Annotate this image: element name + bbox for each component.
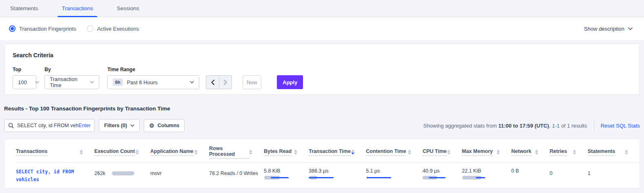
cell-bytes-read: 5.8 KiB — [264, 168, 309, 184]
execution-count-bar — [112, 171, 134, 175]
cell-max-memory: 22.1 KiB — [462, 168, 511, 184]
chevron-down-icon — [35, 81, 39, 83]
radio-active-executions[interactable]: Active Executions — [87, 25, 139, 32]
chevron-right-icon — [224, 80, 227, 85]
by-select-value: Transaction Time — [50, 76, 82, 88]
sort-icon[interactable] — [447, 150, 450, 155]
column-header-retries[interactable]: Retries — [550, 146, 588, 159]
chevron-left-icon — [211, 80, 214, 85]
radio-label: Active Executions — [97, 26, 139, 32]
sql-search-input[interactable] — [17, 123, 78, 128]
transaction-time-bar — [309, 176, 338, 180]
search-enter-button[interactable]: Enter — [78, 123, 91, 128]
column-header-statements[interactable]: Statements — [588, 146, 640, 159]
sort-icon[interactable] — [80, 150, 83, 155]
stats-time-range: 11:00 to 17:59 (UTC) — [498, 123, 549, 129]
top-field: Top 100 — [13, 67, 36, 89]
cell-network: 0 B — [511, 168, 550, 184]
results-heading: Results - Top 100 Transaction Fingerprin… — [4, 105, 640, 112]
sort-icon[interactable] — [351, 150, 354, 155]
filters-label: Filters (0) — [104, 123, 127, 128]
view-toggle-bar: Transaction Fingerprints Active Executio… — [0, 17, 644, 40]
contention-time-bar — [366, 176, 395, 180]
search-criteria-title: Search Criteria — [13, 52, 631, 58]
bytes-read-bar — [264, 176, 293, 180]
column-header-network[interactable]: Network — [511, 146, 550, 159]
time-window-arrows — [206, 75, 232, 89]
sort-icon[interactable] — [408, 150, 411, 155]
time-range-value: Past 6 Hours — [127, 79, 158, 85]
view-mode-radio-group: Transaction Fingerprints Active Executio… — [9, 25, 139, 32]
top-select[interactable]: 100 — [13, 75, 36, 89]
gear-icon: ⚙ — [149, 123, 154, 128]
reset-sql-stats-link[interactable]: Reset SQL Stats — [601, 123, 640, 129]
column-header-bytes-read[interactable]: Bytes Read — [264, 146, 309, 159]
cell-transaction-time: 386.3 µs — [309, 168, 366, 184]
column-header-cpu-time[interactable]: CPU Time — [423, 146, 462, 159]
show-description-toggle[interactable]: Show description — [584, 26, 633, 32]
max-memory-bar — [462, 176, 491, 180]
radio-label: Transaction Fingerprints — [19, 26, 76, 32]
sort-icon[interactable] — [249, 150, 252, 155]
column-header-rows-processed[interactable]: Rows Processed — [209, 146, 264, 159]
top-select-value: 100 — [18, 79, 27, 85]
table-row: SELECT city, id FROM vehicles 262k movr … — [16, 163, 640, 189]
columns-label: Columns — [158, 123, 179, 128]
sort-icon[interactable] — [497, 150, 500, 155]
by-field: By Transaction Time — [45, 67, 99, 89]
aggregated-stats-text: Showing aggregated stats from 11:00 to 1… — [423, 123, 587, 129]
chevron-down-icon — [130, 124, 134, 127]
sql-search-box: Enter — [4, 119, 95, 132]
column-header-execution-count[interactable]: Execution Count — [94, 146, 150, 159]
column-header-max-memory[interactable]: Max Memory — [462, 146, 511, 159]
show-description-label: Show description — [584, 26, 624, 32]
by-select[interactable]: Transaction Time — [45, 75, 99, 89]
filters-button[interactable]: Filters (0) — [99, 119, 140, 132]
cell-transaction-fingerprint: SELECT city, id FROM vehicles — [16, 168, 94, 184]
radio-selected-icon[interactable] — [9, 25, 16, 32]
columns-button[interactable]: ⚙ Columns — [144, 119, 185, 132]
cell-application-name: movr — [150, 168, 209, 184]
apply-button[interactable]: Apply — [277, 75, 303, 89]
cell-execution-count: 262k — [94, 168, 150, 184]
vertical-divider — [594, 120, 594, 131]
cell-retries: 0 — [550, 168, 588, 184]
column-header-transactions[interactable]: Transactions — [16, 146, 94, 159]
cell-rows-processed: 78.2 Reads / 0 Writes — [209, 168, 264, 184]
cpu-time-bar — [423, 176, 452, 180]
sort-icon[interactable] — [294, 150, 297, 155]
previous-time-window-button[interactable] — [206, 76, 219, 89]
chevron-down-icon — [190, 81, 194, 83]
tab-transactions[interactable]: Transactions — [62, 0, 93, 17]
next-time-window-button[interactable] — [219, 76, 232, 89]
radio-unselected-icon[interactable] — [87, 25, 94, 32]
sort-icon[interactable] — [194, 150, 198, 155]
column-header-transaction-time[interactable]: Transaction Time — [309, 146, 366, 159]
search-icon — [8, 123, 14, 128]
column-header-contention-time[interactable]: Contention Time — [366, 146, 423, 159]
time-range-label: Time Range — [107, 67, 199, 72]
sort-icon[interactable] — [573, 150, 576, 155]
transactions-table: Transactions Execution Count Application… — [4, 139, 640, 189]
time-range-select[interactable]: 6h Past 6 Hours — [107, 75, 199, 89]
tab-sessions[interactable]: Sessions — [117, 0, 139, 17]
radio-transaction-fingerprints[interactable]: Transaction Fingerprints — [9, 25, 76, 32]
tab-statements[interactable]: Statements — [10, 0, 38, 17]
top-tabs-bar: Statements Transactions Sessions — [0, 0, 644, 17]
sort-icon[interactable] — [625, 150, 628, 155]
cell-statements: 1 — [588, 168, 640, 184]
table-header-row: Transactions Execution Count Application… — [16, 139, 640, 163]
by-label: By — [45, 67, 99, 72]
sort-icon[interactable] — [535, 150, 538, 155]
search-criteria-panel: Search Criteria Top 100 By Transaction T… — [4, 43, 640, 95]
sort-icon[interactable] — [136, 150, 139, 155]
chevron-down-icon — [628, 27, 633, 30]
chevron-down-icon — [90, 81, 94, 83]
cell-contention-time: 5.1 µs — [366, 168, 423, 184]
now-button[interactable]: Now — [243, 75, 261, 89]
top-label: Top — [13, 67, 36, 72]
column-header-application-name[interactable]: Application Name — [150, 146, 209, 159]
transaction-fingerprint-link[interactable]: SELECT city, id FROM vehicles — [16, 168, 94, 184]
cell-cpu-time: 40.9 µs — [423, 168, 462, 184]
time-range-badge: 6h — [113, 79, 123, 86]
